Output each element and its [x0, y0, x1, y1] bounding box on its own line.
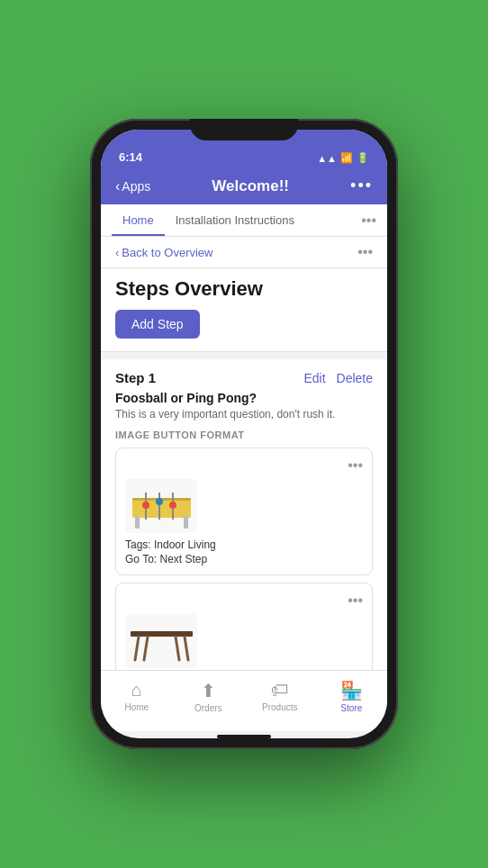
svg-point-7 — [142, 502, 149, 509]
step-1-header: Step 1 Edit Delete — [115, 370, 373, 385]
bottom-navigation: ⌂ Home ⬆︎ Orders 🏷 Products 🏪 Store — [101, 670, 387, 731]
foosball-item[interactable]: ••• — [115, 448, 373, 575]
nav-orders[interactable]: ⬆︎ Orders — [173, 676, 245, 717]
foosball-item-more-icon[interactable]: ••• — [348, 457, 363, 474]
pingtable-item-top: ••• — [125, 592, 363, 609]
back-chevron-small-icon: ‹ — [115, 246, 119, 259]
back-button[interactable]: ‹ Apps — [115, 178, 150, 194]
add-step-button[interactable]: Add Step — [115, 310, 200, 339]
tab-bar: Home Installation Instructions ••• — [101, 204, 387, 237]
step-1-format-label: IMAGE BUTTON FORMAT — [115, 429, 373, 440]
tab-installation-instructions[interactable]: Installation Instructions — [165, 204, 305, 236]
step-1-description: This is a very important question, don't… — [115, 408, 373, 420]
nav-products[interactable]: 🏷 Products — [244, 676, 316, 717]
steps-overview-title: Steps Overview — [115, 277, 373, 301]
svg-rect-10 — [131, 631, 193, 637]
battery-icon: 🔋 — [357, 152, 369, 164]
store-icon: 🏪 — [340, 680, 363, 701]
foosball-svg — [128, 482, 195, 531]
back-chevron-icon: ‹ — [115, 178, 120, 194]
step-1-actions: Edit Delete — [303, 371, 373, 385]
nav-store-label: Store — [340, 703, 362, 713]
notch — [190, 119, 298, 140]
status-time: 6:14 — [119, 150, 142, 164]
svg-rect-3 — [184, 516, 188, 529]
pingtable-item[interactable]: ••• Tags: Out — [115, 583, 373, 670]
back-nav-more-icon[interactable]: ••• — [357, 244, 373, 260]
step-1-delete-button[interactable]: Delete — [337, 371, 373, 385]
header-more-icon[interactable]: ••• — [350, 176, 373, 195]
home-icon: ⌂ — [131, 680, 142, 701]
foosball-tags: Tags: Indoor Living — [125, 538, 363, 551]
nav-orders-label: Orders — [194, 703, 222, 713]
back-label: Apps — [122, 179, 150, 194]
step-1-card: Step 1 Edit Delete Foosball or Ping Pong… — [101, 359, 387, 670]
back-to-overview-button[interactable]: ‹ Back to Overview — [115, 246, 213, 259]
header-title: Welcome!! — [212, 177, 289, 195]
main-content: ‹ Back to Overview ••• Steps Overview Ad… — [101, 237, 387, 670]
step-1-label: Step 1 — [115, 370, 156, 385]
svg-rect-2 — [135, 516, 140, 529]
foosball-item-top: ••• — [125, 457, 363, 474]
nav-products-label: Products — [262, 702, 297, 712]
tab-home-label: Home — [122, 213, 154, 227]
step-1-question: Foosball or Ping Pong? — [115, 391, 373, 405]
status-icons: ▲▲ 📶 🔋 — [317, 152, 369, 164]
foosball-image — [125, 479, 197, 533]
tab-installation-label: Installation Instructions — [176, 213, 294, 227]
tab-home[interactable]: Home — [112, 204, 165, 236]
app-header: ‹ Apps Welcome!! ••• — [101, 169, 387, 204]
svg-line-14 — [176, 637, 179, 660]
nav-home[interactable]: ⌂ Home — [101, 676, 173, 717]
pingtable-image — [125, 614, 197, 668]
nav-store[interactable]: 🏪 Store — [316, 676, 388, 717]
signal-icon: ▲▲ — [317, 153, 337, 164]
step-1-edit-button[interactable]: Edit — [303, 371, 325, 385]
pingtable-svg — [128, 619, 195, 664]
products-icon: 🏷 — [271, 680, 289, 701]
phone-screen: 6:14 ▲▲ 📶 🔋 ‹ Apps Welcome!! ••• Home In… — [101, 130, 387, 738]
svg-line-11 — [135, 637, 139, 660]
nav-home-label: Home — [124, 702, 149, 712]
orders-icon: ⬆︎ — [201, 680, 216, 701]
foosball-goto: Go To: Next Step — [125, 553, 363, 565]
svg-line-12 — [185, 637, 188, 660]
back-nav-bar: ‹ Back to Overview ••• — [101, 237, 387, 268]
home-indicator — [217, 735, 271, 738]
steps-header: Steps Overview Add Step — [101, 268, 387, 352]
phone-frame: 6:14 ▲▲ 📶 🔋 ‹ Apps Welcome!! ••• Home In… — [90, 119, 398, 749]
pingtable-item-more-icon[interactable]: ••• — [348, 592, 363, 609]
tabs-more-icon[interactable]: ••• — [361, 212, 376, 229]
svg-point-8 — [156, 498, 163, 505]
back-to-overview-label: Back to Overview — [122, 246, 212, 259]
wifi-icon: 📶 — [340, 152, 353, 164]
svg-point-9 — [169, 502, 176, 509]
svg-line-13 — [144, 637, 148, 660]
